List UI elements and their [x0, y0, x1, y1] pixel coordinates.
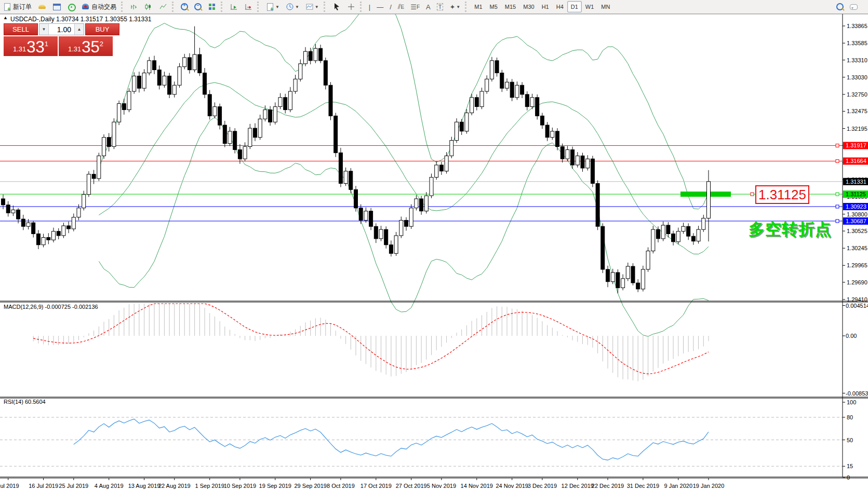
- chart-canvas[interactable]: 1.338651.335851.333101.330301.327501.324…: [0, 0, 868, 491]
- turning-point-annotation[interactable]: 多空转折点: [749, 219, 832, 240]
- timeframe-m5[interactable]: M5: [486, 1, 501, 12]
- sell-price-button[interactable]: 1.31 33 1: [4, 36, 58, 56]
- svg-text:12 Dec 2019: 12 Dec 2019: [562, 483, 594, 489]
- sell-price-small: 1.31: [13, 45, 26, 53]
- price-annotation-box[interactable]: 1.31125: [755, 185, 809, 204]
- fibonacci-icon: ☰: [410, 3, 417, 11]
- svg-text:8 Oct 2019: 8 Oct 2019: [327, 483, 355, 489]
- metaeditor-button[interactable]: [35, 1, 49, 13]
- timeframe-m30[interactable]: M30: [519, 1, 538, 12]
- vertical-line-icon: |: [369, 3, 370, 11]
- svg-text:31 Dec 2019: 31 Dec 2019: [627, 483, 659, 489]
- volume-increase-button[interactable]: ▲: [74, 24, 84, 35]
- crosshair-icon: [347, 3, 355, 11]
- chat-button[interactable]: [847, 1, 860, 13]
- svg-text:1.30245: 1.30245: [847, 245, 867, 251]
- new-order-label: 新订单: [13, 3, 32, 11]
- arrows-icon: ✦: [449, 3, 455, 11]
- zoom-in-icon: +: [181, 3, 188, 10]
- chart-shift-icon: [244, 3, 252, 11]
- auto-trading-button[interactable]: 自动交易: [79, 1, 119, 13]
- sell-price-big: 33: [26, 39, 44, 55]
- chevron-down-icon: ▼: [295, 5, 299, 9]
- timeframe-h4[interactable]: H4: [553, 1, 567, 12]
- zoom-in-button[interactable]: +: [178, 1, 191, 13]
- toolbar-separator: [221, 2, 225, 12]
- crosshair-button[interactable]: [344, 1, 358, 13]
- svg-text:29 Sep 2019: 29 Sep 2019: [295, 483, 327, 489]
- macd-indicator-label: MACD(12,26,9) -0.000725 -0.002136: [4, 304, 98, 310]
- timeframe-h1[interactable]: H1: [538, 1, 553, 12]
- candlestick-button[interactable]: [142, 1, 155, 13]
- svg-text:100: 100: [847, 399, 856, 405]
- signal-icon: [67, 3, 75, 11]
- auto-trading-icon: [82, 3, 90, 11]
- horizontal-line-button[interactable]: —: [374, 1, 386, 13]
- chat-icon: [850, 4, 858, 10]
- svg-text:16 Jul 2019: 16 Jul 2019: [29, 483, 58, 489]
- sell-button[interactable]: SELL: [4, 23, 38, 35]
- equidistant-channel-button[interactable]: ⫽E: [395, 1, 407, 13]
- zoom-out-button[interactable]: −: [192, 1, 204, 13]
- new-order-button[interactable]: + 新订单: [1, 1, 34, 13]
- timeframe-d1[interactable]: D1: [567, 1, 582, 12]
- toolbar: + 新订单 自动交易 + − +▼ ▼ ▼ | — / ⫽E ☰F A T ✦▼…: [0, 0, 868, 14]
- line-chart-button[interactable]: [156, 1, 170, 13]
- templates-button[interactable]: ▼: [303, 1, 322, 13]
- toolbar-separator: [324, 2, 328, 12]
- search-icon: [836, 3, 844, 10]
- svg-text:19 Jan 2020: 19 Jan 2020: [693, 483, 725, 489]
- svg-text:10 Sep 2019: 10 Sep 2019: [224, 483, 256, 489]
- buy-price-button[interactable]: 1.31 35 2: [59, 36, 113, 56]
- svg-text:1.29690: 1.29690: [847, 279, 867, 285]
- text-button[interactable]: A: [423, 1, 433, 13]
- trendline-button[interactable]: /: [387, 1, 394, 13]
- vertical-line-button[interactable]: |: [366, 1, 373, 13]
- buy-button[interactable]: BUY: [85, 23, 119, 35]
- timeframe-m1[interactable]: M1: [471, 1, 486, 12]
- arrows-button[interactable]: ✦▼: [447, 1, 463, 13]
- trendline-icon: /: [390, 3, 392, 11]
- svg-text:24 Nov 2019: 24 Nov 2019: [496, 483, 528, 489]
- svg-text:1.33585: 1.33585: [847, 40, 867, 46]
- tile-windows-icon: [208, 3, 216, 11]
- timeframe-w1[interactable]: W1: [582, 1, 598, 12]
- svg-text:1.31331: 1.31331: [846, 179, 866, 185]
- signals-button[interactable]: [64, 1, 78, 13]
- volume-decrease-button[interactable]: ▼: [39, 24, 49, 35]
- chevron-down-icon: ▼: [456, 5, 460, 9]
- svg-text:9 Jan 2020: 9 Jan 2020: [664, 483, 692, 489]
- indicators-button[interactable]: +▼: [263, 1, 282, 13]
- bar-chart-button[interactable]: [127, 1, 141, 13]
- text-label-button[interactable]: T: [434, 1, 446, 13]
- svg-text:1.30525: 1.30525: [847, 228, 867, 234]
- auto-scroll-button[interactable]: [227, 1, 241, 13]
- timeframe-mn[interactable]: MN: [597, 1, 613, 12]
- svg-text:1.29410: 1.29410: [847, 296, 867, 303]
- svg-text:14 Nov 2019: 14 Nov 2019: [461, 483, 493, 489]
- volume-value[interactable]: 1.00: [49, 24, 74, 35]
- buy-price-big: 35: [82, 39, 99, 55]
- search-button[interactable]: [834, 1, 846, 13]
- chevron-down-icon: ▼: [315, 5, 319, 9]
- toolbar-separator: [360, 2, 364, 12]
- svg-text:1.31125: 1.31125: [846, 191, 866, 197]
- channel-label: E: [401, 4, 405, 10]
- text-icon: A: [426, 3, 431, 11]
- candlestick-icon: [144, 3, 153, 11]
- timeframe-m15[interactable]: M15: [501, 1, 519, 12]
- terminal-window-button[interactable]: [50, 1, 63, 13]
- auto-scroll-icon: [230, 3, 238, 11]
- text-label-icon: T: [437, 3, 444, 10]
- fibonacci-button[interactable]: ☰F: [408, 1, 422, 13]
- periods-button[interactable]: ▼: [283, 1, 302, 13]
- svg-text:4 Aug 2019: 4 Aug 2019: [95, 483, 124, 489]
- chart-shift-button[interactable]: [242, 1, 255, 13]
- cursor-button[interactable]: [330, 1, 343, 13]
- timeframe-group: M1M5M15M30H1H4D1W1MN: [471, 1, 613, 12]
- svg-text:1.31917: 1.31917: [846, 142, 866, 148]
- tile-windows-button[interactable]: [205, 1, 219, 13]
- cursor-icon: [332, 3, 341, 11]
- new-order-icon: +: [3, 3, 11, 11]
- toolbar-separator: [257, 2, 261, 12]
